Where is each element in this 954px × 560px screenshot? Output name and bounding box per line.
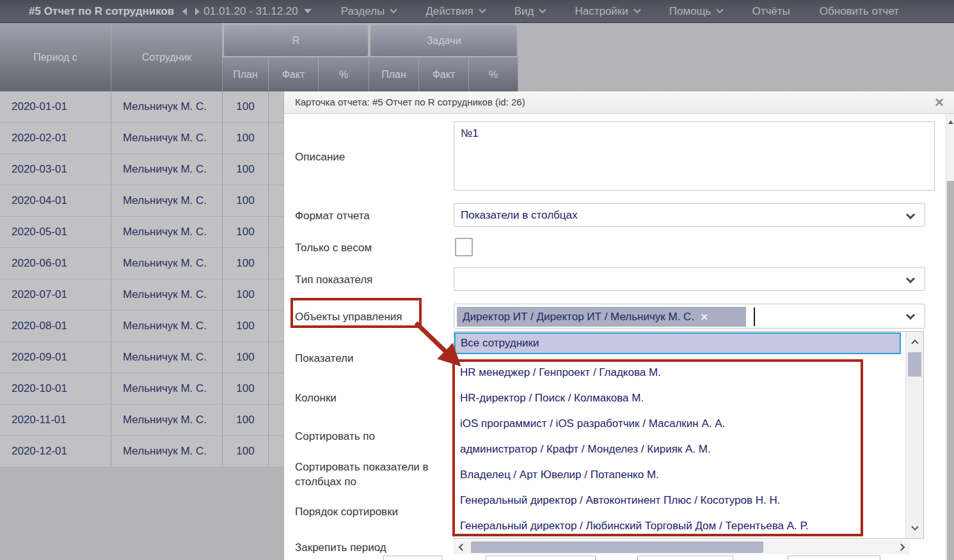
menu-label: Обновить отчет: [820, 5, 899, 18]
scroll-right-icon[interactable]: [894, 540, 910, 554]
modal-header: Карточка отчета: #5 Отчет по R сотрудник…: [284, 91, 954, 114]
chevron-down-icon: [633, 6, 640, 13]
table-cell: 100: [223, 248, 269, 279]
dropdown-item[interactable]: администратор / Крафт / Монделез / Кирия…: [454, 437, 902, 462]
horizontal-scrollbar[interactable]: [454, 540, 910, 554]
column-header-fact[interactable]: Факт: [269, 57, 319, 91]
menu-label: Отчёты: [752, 5, 790, 18]
scroll-down-icon[interactable]: [906, 519, 924, 538]
table-cell: 2020-06-01: [0, 248, 111, 279]
column-group-tasks[interactable]: Задачи: [370, 24, 518, 57]
table-cell: Мельничук М. С.: [111, 154, 223, 185]
modal-title: Карточка отчета: #5 Отчет по R сотрудник…: [295, 91, 525, 113]
modal-scrollbar-thumb[interactable]: [947, 181, 954, 560]
menu-settings[interactable]: Настройки: [575, 5, 639, 18]
column-header-plan[interactable]: План: [223, 57, 269, 91]
dropdown-scrollbar[interactable]: [905, 332, 923, 538]
column-group-r[interactable]: R: [223, 24, 369, 57]
description-textarea[interactable]: №1: [454, 121, 935, 191]
dropdown-item[interactable]: HR-директор / Поиск / Колмакова М.: [454, 385, 902, 411]
dropdown-item[interactable]: Генеральный директор / Автоконтинент Плю…: [454, 488, 902, 513]
indicators-label: Показатели: [295, 352, 354, 365]
management-objects-multiselect[interactable]: Директор ИТ / Директор ИТ / Мельничук М.…: [454, 304, 925, 329]
table-cell: 2020-03-01: [0, 154, 111, 185]
partial-input[interactable]: [383, 556, 442, 560]
table-cell: 100: [223, 342, 269, 373]
table-header: Период с Сотрудник R Задачи План Факт % …: [0, 23, 518, 91]
report-card-modal: Карточка отчета: #5 Отчет по R сотрудник…: [283, 91, 954, 560]
table-cell: 2020-02-01: [0, 123, 111, 153]
top-toolbar: #5 Отчет по R сотрудников 01.01.20 - 31.…: [0, 0, 954, 23]
dropdown-scrollbar-thumb[interactable]: [908, 352, 921, 377]
dropdown-item[interactable]: HR менеджер / Генпроект / Гладкова М.: [454, 360, 902, 385]
table-cell: 2020-09-01: [0, 342, 111, 373]
indicator-type-select[interactable]: [454, 267, 925, 291]
table-cell: 100: [223, 373, 269, 404]
dropdown-item[interactable]: Владелец / Арт Ювелир / Потапенко М.: [454, 462, 902, 488]
scroll-up-icon[interactable]: [948, 120, 953, 124]
table-cell: Мельничук М. С.: [111, 217, 223, 247]
management-objects-label: Объекты управления: [295, 310, 402, 323]
management-objects-dropdown: Все сотрудники HR менеджер / Генпроект /…: [454, 331, 924, 539]
table-cell: 100: [223, 436, 269, 467]
table-cell: Мельничук М. С.: [111, 248, 223, 279]
only-with-weight-checkbox[interactable]: [455, 238, 473, 256]
table-cell: Мельничук М. С.: [111, 373, 223, 404]
table-cell: Мельничук М. С.: [111, 91, 223, 122]
table-cell: 100: [223, 91, 269, 122]
menu-view[interactable]: Вид: [514, 5, 546, 18]
horizontal-scrollbar-thumb[interactable]: [471, 541, 763, 553]
menu-sections[interactable]: Разделы: [341, 5, 396, 18]
partial-input[interactable]: [486, 556, 596, 560]
dropdown-item[interactable]: iOS программист / iOS разработчик / Маса…: [454, 411, 902, 437]
modal-scrollbar[interactable]: [946, 114, 954, 560]
menu-label: Вид: [514, 5, 534, 18]
table-cell: 100: [223, 405, 269, 435]
date-range-label: 01.01.20 - 31.12.20: [203, 5, 298, 18]
column-header-percent[interactable]: %: [319, 57, 369, 91]
sort-indicators-label: Сортировать показатели в столбцах по: [295, 460, 455, 489]
menu-actions[interactable]: Действия: [425, 5, 484, 18]
table-cell: 100: [223, 185, 269, 216]
date-range-picker[interactable]: 01.01.20 - 31.12.20: [203, 5, 311, 18]
report-format-select[interactable]: Показатели в столбцах: [454, 203, 925, 227]
next-period-icon[interactable]: [195, 8, 200, 15]
chevron-down-icon: [479, 6, 486, 13]
menu-label: Действия: [425, 5, 473, 18]
selected-tag-label: Директор ИТ / Директор ИТ / Мельничук М.…: [463, 311, 694, 323]
table-cell: 2020-01-01: [0, 91, 111, 122]
scroll-up-icon[interactable]: [906, 332, 924, 351]
refresh-report-button[interactable]: Обновить отчет: [820, 5, 899, 18]
scroll-left-icon[interactable]: [454, 540, 469, 554]
dropdown-item-all-employees[interactable]: Все сотрудники: [454, 332, 901, 354]
report-format-value: Показатели в столбцах: [461, 209, 578, 222]
menu-reports[interactable]: Отчёты: [752, 5, 790, 18]
table-cell: 2020-05-01: [0, 217, 111, 247]
column-header-employee[interactable]: Сотрудник: [111, 23, 223, 91]
column-header-plan[interactable]: План: [369, 57, 419, 91]
table-cell: 100: [223, 311, 269, 341]
remove-tag-icon[interactable]: ×: [701, 311, 708, 323]
table-cell: 2020-12-01: [0, 436, 111, 467]
partial-input[interactable]: [788, 556, 880, 560]
app-window: #5 Отчет по R сотрудников 01.01.20 - 31.…: [0, 0, 954, 560]
partial-input[interactable]: [637, 556, 733, 560]
dropdown-item[interactable]: Генеральный директор / Любинский Торговы…: [454, 513, 902, 539]
close-icon[interactable]: ×: [935, 92, 944, 113]
column-header-period[interactable]: Период с: [0, 23, 111, 91]
column-header-percent[interactable]: %: [469, 57, 518, 91]
indicator-type-label: Тип показателя: [295, 273, 372, 286]
chevron-down-icon: [906, 274, 915, 283]
menu-label: Разделы: [341, 5, 385, 18]
selected-tag: Директор ИТ / Директор ИТ / Мельничук М.…: [457, 307, 746, 327]
table-cell: 2020-08-01: [0, 311, 111, 341]
column-header-fact[interactable]: Факт: [419, 57, 469, 91]
dropdown-items: HR менеджер / Генпроект / Гладкова М.HR-…: [454, 360, 902, 539]
prev-period-icon[interactable]: [182, 8, 187, 15]
menu-help[interactable]: Помощь: [669, 5, 723, 18]
table-cell: 2020-04-01: [0, 185, 111, 216]
text-caret: [754, 307, 755, 326]
table-cell: Мельничук М. С.: [111, 436, 223, 467]
menu-label: Помощь: [669, 5, 712, 18]
report-title: #5 Отчет по R сотрудников: [29, 5, 174, 18]
